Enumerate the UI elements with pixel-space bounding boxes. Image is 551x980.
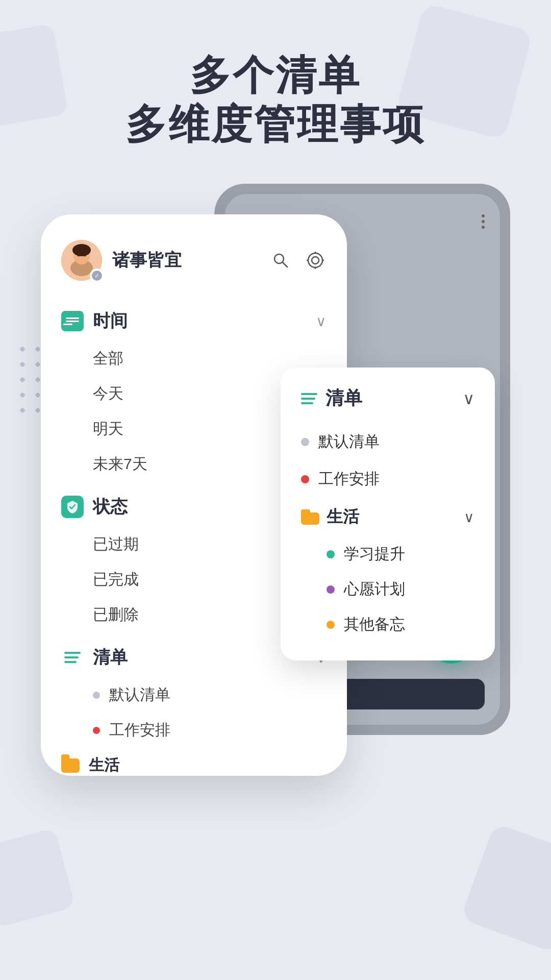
svg-point-4 xyxy=(78,254,80,257)
status-section-title: 状态 xyxy=(93,495,128,519)
dropdown-dot-green xyxy=(327,550,335,558)
title-line2: 多维度管理事项 xyxy=(41,100,510,149)
menu-item-default-list[interactable]: 默认清单 xyxy=(61,677,327,713)
dropdown-title-label: 清单 xyxy=(325,386,362,411)
dot-red-icon xyxy=(93,727,100,734)
dropdown-sub-item-memo[interactable]: 其他备忘 xyxy=(301,607,474,642)
dropdown-folder-icon xyxy=(301,509,319,525)
verified-badge: ✓ xyxy=(90,268,104,283)
title-line1: 多个清单 xyxy=(41,51,510,100)
svg-point-8 xyxy=(312,257,319,264)
header-title-area: 多个清单 多维度管理事项 xyxy=(0,51,551,149)
time-chevron-icon: ∨ xyxy=(316,313,327,330)
avatar-wrapper: ✓ xyxy=(61,240,102,281)
dropdown-folder-chevron-icon: ∨ xyxy=(464,509,474,526)
svg-line-7 xyxy=(283,262,287,267)
user-profile-header: ✓ 诸事皆宜 xyxy=(61,240,327,281)
phone-container: 2 ∨ + xyxy=(41,184,510,939)
user-info: ✓ 诸事皆宜 xyxy=(61,240,182,281)
svg-point-9 xyxy=(308,253,322,267)
dropdown-item-default[interactable]: 默认清单 xyxy=(301,423,474,460)
list-title-group: 清单 xyxy=(61,646,128,669)
dropdown-title-group: 清单 xyxy=(301,386,362,411)
dropdown-dot-orange xyxy=(327,621,335,629)
search-icon[interactable] xyxy=(269,249,292,272)
verified-check-icon: ✓ xyxy=(92,271,102,281)
header-action-icons xyxy=(269,249,327,272)
time-title-group: 时间 xyxy=(61,309,128,333)
dropdown-folder-title-label: 生活 xyxy=(327,506,359,528)
time-section-title: 时间 xyxy=(93,309,128,333)
time-icon xyxy=(61,310,84,332)
list-section: 清单 ∨ 默认清单 工作安排 生活 学习提升 xyxy=(61,638,327,776)
svg-point-3 xyxy=(72,244,91,256)
dropdown-card: 清单 ∨ 默认清单 工作安排 生活 ∨ xyxy=(281,368,495,660)
dot-gray-icon xyxy=(93,692,100,699)
status-title-group: 状态 xyxy=(61,495,128,519)
dropdown-hamburger-icon xyxy=(301,393,317,404)
settings-icon[interactable] xyxy=(304,249,327,272)
dropdown-item-work[interactable]: 工作安排 xyxy=(301,460,474,498)
dropdown-sub-item-wish[interactable]: 心愿计划 xyxy=(301,572,474,607)
username-label: 诸事皆宜 xyxy=(112,249,182,272)
dropdown-dot-gray xyxy=(301,438,309,446)
svg-point-5 xyxy=(84,254,86,257)
status-icon xyxy=(61,496,84,518)
list-section-title: 清单 xyxy=(93,646,128,669)
folder-icon xyxy=(61,758,80,773)
menu-item-work[interactable]: 工作安排 xyxy=(61,713,327,748)
dropdown-header[interactable]: 清单 ∨ xyxy=(301,386,474,411)
dropdown-dot-red xyxy=(301,475,309,483)
time-section-header[interactable]: 时间 ∨ xyxy=(61,301,327,341)
dropdown-sub-item-study[interactable]: 学习提升 xyxy=(301,536,474,572)
dropdown-dot-purple xyxy=(327,585,335,594)
three-dots-icon xyxy=(482,214,485,229)
dropdown-folder-title-group: 生活 xyxy=(301,506,359,528)
dropdown-folder-header[interactable]: 生活 ∨ xyxy=(301,498,474,536)
menu-item-life-folder[interactable]: 生活 xyxy=(61,748,327,776)
list-hamburger-icon xyxy=(61,646,84,669)
dropdown-chevron-icon: ∨ xyxy=(463,389,474,408)
